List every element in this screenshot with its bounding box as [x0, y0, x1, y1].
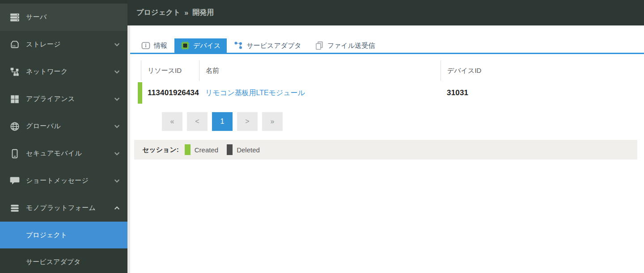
- breadcrumb-section[interactable]: プロジェクト: [136, 8, 180, 17]
- sidebar-subitem-service-adapter[interactable]: サービスアダプタ: [0, 248, 127, 273]
- tab-service-adapter[interactable]: サービスアダプタ: [228, 38, 307, 53]
- pagination-next-button[interactable]: >: [237, 112, 258, 131]
- mobile-icon: [9, 148, 20, 159]
- tab-label: ファイル送受信: [327, 42, 375, 50]
- sidebar-subitem-label: サービスアダプタ: [26, 258, 80, 266]
- platform-icon: [9, 203, 20, 214]
- tab-label: 情報: [154, 42, 167, 50]
- chevron-up-icon: [114, 205, 120, 211]
- sidebar-item-mono-platform[interactable]: モノプラットフォーム: [0, 194, 127, 222]
- legend-deleted-label: Deleted: [237, 146, 260, 154]
- sidebar-item-storage[interactable]: ストレージ: [0, 31, 127, 58]
- breadcrumb-separator: »: [184, 9, 188, 17]
- device-name-link[interactable]: リモコン基板用LTEモジュール: [205, 88, 305, 98]
- legend-deleted-swatch: [227, 144, 233, 155]
- chevron-down-icon: [114, 68, 120, 75]
- sidebar-item-label: ストレージ: [26, 40, 114, 49]
- sidebar-item-label: セキュアモバイル: [26, 149, 114, 158]
- legend-created-label: Created: [195, 146, 218, 154]
- cell-resource-id: 113401926434: [148, 88, 205, 97]
- legend-title: セッション:: [142, 146, 179, 154]
- chevron-down-icon: [114, 96, 120, 102]
- column-header-name: 名前: [199, 60, 441, 81]
- cell-device-id: 31031: [447, 88, 635, 97]
- pagination-first-button[interactable]: «: [162, 112, 182, 131]
- tab-label: デバイス: [193, 42, 220, 50]
- pagination-prev-button[interactable]: <: [187, 112, 208, 131]
- tab-file-transfer[interactable]: ファイル送受信: [309, 38, 381, 53]
- main-area: プロジェクト » 開発用 情報 デバイス: [127, 0, 644, 273]
- sidebar-item-label: グローバル: [26, 122, 114, 130]
- sidebar-item-label: モノプラットフォーム: [26, 204, 114, 212]
- tab-device[interactable]: デバイス: [174, 38, 227, 53]
- message-icon: [9, 176, 20, 186]
- sidebar-item-server[interactable]: サーバ: [0, 4, 127, 31]
- pagination-last-button[interactable]: »: [262, 112, 283, 131]
- network-icon: [9, 67, 20, 77]
- sidebar-subitem-project[interactable]: プロジェクト: [0, 222, 127, 248]
- table-row: 113401926434 リモコン基板用LTEモジュール 31031: [138, 82, 635, 104]
- tab-label: サービスアダプタ: [246, 42, 301, 50]
- pagination: « < 1 > »: [162, 112, 644, 131]
- session-legend: セッション: Created Deleted: [134, 140, 637, 160]
- files-icon: [315, 41, 324, 50]
- column-header-device-id: デバイスID: [441, 60, 635, 81]
- device-table: リソースID 名前 デバイスID 113401926434 リモコン基板用LTE…: [141, 60, 635, 104]
- sidebar-item-secure-mobile[interactable]: セキュアモバイル: [0, 140, 127, 167]
- server-icon: [9, 12, 20, 23]
- sidebar-item-label: ネットワーク: [26, 67, 114, 76]
- table-header-row: リソースID 名前 デバイスID: [141, 60, 635, 81]
- pagination-page-1-button[interactable]: 1: [212, 112, 233, 131]
- adapter-icon: [234, 41, 243, 50]
- content-panel: 情報 デバイス サービスアダプタ ファイル送受信: [130, 25, 644, 273]
- sidebar-item-label: ショートメッセージ: [26, 176, 114, 185]
- chevron-down-icon: [114, 150, 120, 157]
- tab-info[interactable]: 情報: [135, 38, 174, 53]
- chevron-down-icon: [114, 177, 120, 184]
- info-icon: [141, 41, 150, 50]
- page-header: プロジェクト » 開発用: [127, 0, 644, 25]
- sidebar-top-band: [0, 0, 127, 4]
- legend-created-swatch: [185, 144, 191, 155]
- sidebar-item-appliance[interactable]: アプライアンス: [0, 85, 127, 113]
- breadcrumb: プロジェクト » 開発用: [136, 8, 214, 17]
- sidebar-item-label: サーバ: [26, 13, 120, 21]
- sidebar: サーバ ストレージ ネットワーク アプライアンス グローバル: [0, 0, 127, 273]
- globe-icon: [9, 121, 20, 132]
- sidebar-item-network[interactable]: ネットワーク: [0, 58, 127, 85]
- sidebar-submenu-mono-platform: プロジェクト サービスアダプタ: [0, 222, 127, 273]
- sidebar-item-short-message[interactable]: ショートメッセージ: [0, 167, 127, 194]
- sidebar-item-global[interactable]: グローバル: [0, 113, 127, 140]
- column-header-resource-id: リソースID: [141, 60, 199, 81]
- sidebar-subitem-label: プロジェクト: [26, 231, 67, 239]
- appliance-icon: [9, 94, 20, 105]
- storage-icon: [9, 39, 20, 50]
- chevron-down-icon: [114, 41, 120, 48]
- breadcrumb-current: 開発用: [192, 8, 214, 17]
- chevron-down-icon: [114, 123, 120, 130]
- sidebar-item-label: アプライアンス: [26, 95, 114, 103]
- tab-bar: 情報 デバイス サービスアダプタ ファイル送受信: [130, 38, 644, 54]
- chip-icon: [181, 41, 190, 50]
